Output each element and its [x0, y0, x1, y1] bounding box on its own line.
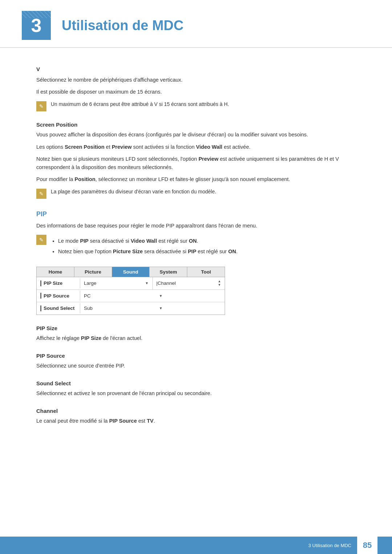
screen-position-para3: Notez bien que si plusieurs moniteurs LF…	[36, 155, 356, 172]
pip-para1: Des informations de base requises pour r…	[36, 222, 356, 230]
screen-position-para2: Les options Screen Position et Preview s…	[36, 143, 356, 151]
pip-size-dropdown-arrow: ▼	[145, 281, 149, 285]
v-heading: V	[36, 66, 356, 72]
chapter-title: Utilisation de MDC	[62, 18, 184, 33]
channel-heading: Channel	[36, 408, 356, 414]
pip-size-para: Affichez le réglage PIP Size de l'écran …	[36, 334, 356, 342]
sound-select-para: Sélectionnez et activez le son provenant…	[36, 389, 356, 398]
v-note1-box: Un maximum de 6 écrans peut être attribu…	[36, 100, 356, 111]
pip-table-body: PIP Size Large ▼ |Channel ▲ ▼ PIP Source	[37, 277, 225, 315]
v-note1-text: Un maximum de 6 écrans peut être attribu…	[51, 100, 229, 108]
tab-tool[interactable]: Tool	[187, 267, 225, 277]
footer-chapter-text: 3 Utilisation de MDC	[309, 543, 352, 548]
pip-size-row: PIP Size Large ▼ |Channel ▲ ▼	[37, 277, 225, 290]
pip-source-label: PIP Source	[37, 291, 80, 301]
sound-select-value[interactable]: Sub ▼	[80, 303, 166, 313]
sound-select-heading: Sound Select	[36, 380, 356, 386]
pip-bullet-2: Notez bien que l'option Picture Size ser…	[58, 247, 237, 256]
pip-channel-spinner[interactable]: ▲ ▼	[218, 280, 221, 287]
sound-select-dropdown-arrow: ▼	[159, 306, 163, 310]
pip-size-label: PIP Size	[37, 278, 80, 288]
pip-source-dropdown-arrow: ▼	[159, 294, 163, 298]
screen-position-note-text: La plage des paramètres du diviseur d'éc…	[51, 188, 216, 196]
screen-position-para1: Vous pouvez afficher la disposition des …	[36, 131, 356, 139]
note-icon-1	[36, 101, 46, 111]
v-para1: Sélectionnez le nombre de périphériques …	[36, 76, 356, 84]
pip-channel-value[interactable]: |Channel ▲ ▼	[153, 278, 225, 289]
pip-channel-label: |Channel	[156, 280, 176, 286]
sound-select-label: Sound Select	[37, 303, 80, 313]
v-para2: Il est possible de disposer un maximum d…	[36, 88, 356, 96]
pip-size-heading: PIP Size	[36, 325, 356, 331]
tab-picture[interactable]: Picture	[74, 267, 112, 277]
channel-para: Le canal peut être modifié si la PIP Sou…	[36, 417, 356, 425]
pip-source-row: PIP Source PC ▼	[37, 290, 225, 302]
chapter-number: 3	[22, 11, 51, 40]
pip-source-heading: PIP Source	[36, 353, 356, 359]
tab-system[interactable]: System	[150, 267, 187, 277]
pip-table-tabs: Home Picture Sound System Tool	[37, 267, 225, 277]
pip-heading: PIP	[36, 210, 356, 218]
pip-bullet-list: Le mode PIP sera désactivé si Video Wall…	[58, 237, 237, 258]
sound-select-row: Sound Select Sub ▼	[37, 302, 225, 315]
pip-bullets-container: Le mode PIP sera désactivé si Video Wall…	[36, 234, 356, 261]
pip-source-value-text: PC	[84, 293, 91, 299]
pip-table: Home Picture Sound System Tool PIP Size …	[36, 267, 225, 315]
footer-page-number: 85	[357, 537, 377, 554]
chapter-header: 3 Utilisation de MDC	[0, 0, 392, 48]
main-content: V Sélectionnez le nombre de périphérique…	[0, 55, 392, 451]
screen-position-note-box: La plage des paramètres du diviseur d'éc…	[36, 188, 356, 199]
pip-source-para: Sélectionnez une source d'entrée PIP.	[36, 362, 356, 370]
note-icon-2	[36, 189, 46, 199]
page-footer: 3 Utilisation de MDC 85	[0, 537, 392, 554]
tab-home[interactable]: Home	[37, 267, 74, 277]
pip-source-value[interactable]: PC ▼	[80, 291, 166, 301]
pip-size-value-text: Large	[84, 280, 97, 286]
sound-select-value-text: Sub	[84, 305, 93, 311]
tab-sound[interactable]: Sound	[112, 267, 150, 277]
screen-position-para4: Pour modifier la Position, sélectionnez …	[36, 175, 356, 184]
pip-size-value[interactable]: Large ▼	[80, 278, 152, 288]
note-icon-3	[36, 235, 46, 245]
screen-position-heading: Screen Position	[36, 122, 356, 128]
pip-bullet-1: Le mode PIP sera désactivé si Video Wall…	[58, 237, 237, 245]
